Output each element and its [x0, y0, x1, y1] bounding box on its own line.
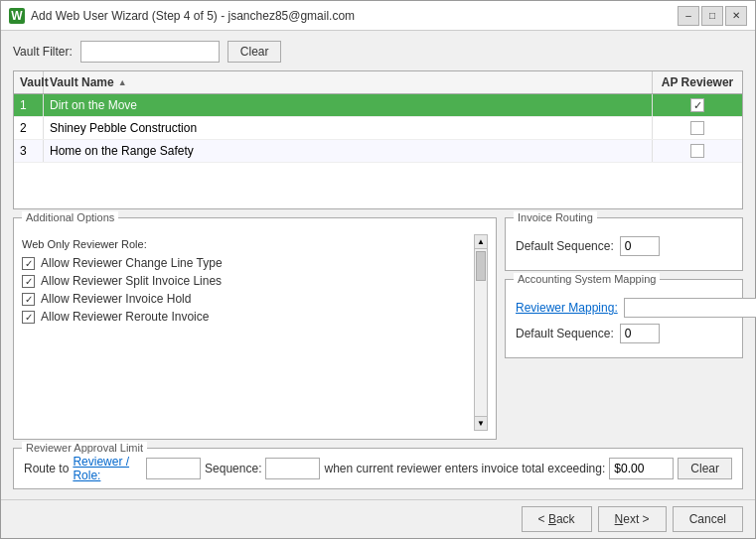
table-body: 1 Dirt on the Move 2 Shiney Pebble Const… — [14, 94, 742, 208]
reviewer-role-input[interactable] — [146, 458, 201, 479]
table-row[interactable]: 2 Shiney Pebble Construction — [14, 117, 742, 140]
sort-arrow-icon: ▲ — [118, 77, 127, 87]
checkbox-row: Allow Reviewer Split Invoice Lines — [22, 274, 472, 288]
additional-options-label: Additional Options — [22, 211, 118, 223]
scroll-track — [475, 249, 487, 416]
table-row[interactable]: 3 Home on the Range Safety — [14, 140, 742, 163]
ap-reviewer-checkbox[interactable] — [690, 121, 704, 135]
cancel-button[interactable]: Cancel — [673, 506, 743, 532]
vault-row-name: Dirt on the Move — [44, 94, 653, 116]
sequence-label: Sequence: — [205, 462, 261, 475]
main-content: Vault Filter: Clear Vault Vault Name ▲ A… — [1, 31, 755, 499]
vault-filter-clear-button[interactable]: Clear — [227, 41, 282, 63]
allow-invoice-hold-checkbox[interactable] — [22, 293, 35, 306]
scroll-up-arrow[interactable]: ▲ — [475, 235, 487, 249]
vault-row-name: Home on the Range Safety — [44, 140, 653, 162]
allow-invoice-hold-label: Allow Reviewer Invoice Hold — [41, 292, 191, 306]
checkbox-row: Allow Reviewer Change Line Type — [22, 256, 472, 270]
vault-row-name: Shiney Pebble Construction — [44, 117, 653, 139]
allow-reroute-invoice-label: Allow Reviewer Reroute Invoice — [41, 310, 209, 324]
when-label: when current reviewer enters invoice tot… — [324, 462, 605, 475]
route-to-text: Route to — [24, 462, 69, 475]
default-sequence-label: Default Sequence: — [516, 239, 614, 253]
vault-name-column-header: Vault Name ▲ — [44, 71, 653, 93]
web-only-label: Web Only Reviewer Role: — [22, 238, 488, 250]
accounting-default-sequence-label: Default Sequence: — [516, 327, 614, 340]
accounting-mapping-label: Accounting System Mapping — [514, 273, 660, 285]
title-bar-left: W Add Web User Wizard (Step 4 of 5) - js… — [9, 8, 355, 24]
close-button[interactable]: ✕ — [725, 6, 747, 26]
approval-clear-button[interactable]: Clear — [678, 458, 732, 479]
vault-row-checkbox-cell[interactable] — [653, 117, 742, 139]
table-row[interactable]: 1 Dirt on the Move — [14, 94, 742, 117]
amount-input[interactable] — [609, 458, 674, 479]
default-sequence-input[interactable] — [620, 236, 660, 256]
accounting-default-sequence-row: Default Sequence: — [516, 324, 732, 343]
additional-options-panel: Additional Options Web Only Reviewer Rol… — [13, 217, 497, 440]
next-button[interactable]: Next > — [598, 506, 667, 532]
title-bar: W Add Web User Wizard (Step 4 of 5) - js… — [1, 1, 755, 31]
footer: < Back Next > Cancel — [1, 499, 755, 538]
vault-row-checkbox-cell[interactable] — [653, 94, 742, 116]
ap-reviewer-checkbox[interactable] — [690, 144, 704, 158]
vault-filter-input[interactable] — [80, 41, 220, 63]
accounting-default-sequence-input[interactable] — [620, 324, 660, 343]
vault-row-num: 2 — [14, 117, 44, 139]
default-sequence-row: Default Sequence: — [516, 236, 732, 256]
invoice-routing-label: Invoice Routing — [514, 211, 597, 223]
allow-change-line-type-label: Allow Reviewer Change Line Type — [41, 256, 223, 270]
ap-reviewer-checkbox[interactable] — [690, 98, 704, 112]
allow-change-line-type-checkbox[interactable] — [22, 257, 35, 270]
app-icon: W — [9, 8, 25, 24]
reviewer-role-link[interactable]: Reviewer / Role: — [73, 455, 142, 482]
reviewer-approval-panel: Reviewer Approval Limit Route to Reviewe… — [13, 448, 743, 489]
minimize-button[interactable]: – — [678, 6, 699, 26]
vault-column-header: Vault — [14, 71, 44, 93]
vault-row-num: 1 — [14, 94, 44, 116]
checkbox-row: Allow Reviewer Reroute Invoice — [22, 310, 472, 324]
vault-filter-label: Vault Filter: — [13, 45, 73, 59]
reviewer-mapping-row: Reviewer Mapping: — [516, 298, 732, 318]
right-panels: Invoice Routing Default Sequence: Accoun… — [505, 217, 743, 440]
vertical-scrollbar[interactable]: ▲ ▼ — [474, 234, 488, 431]
maximize-button[interactable]: □ — [701, 6, 723, 26]
back-button[interactable]: < Back — [522, 506, 592, 532]
bottom-section: Additional Options Web Only Reviewer Rol… — [13, 217, 743, 440]
reviewer-approval-label: Reviewer Approval Limit — [22, 442, 147, 454]
allow-reroute-invoice-checkbox[interactable] — [22, 311, 35, 324]
table-header: Vault Vault Name ▲ AP Reviewer — [14, 71, 742, 94]
reviewer-mapping-input[interactable] — [624, 298, 756, 318]
allow-split-invoice-label: Allow Reviewer Split Invoice Lines — [41, 274, 222, 288]
allow-split-invoice-checkbox[interactable] — [22, 275, 35, 288]
accounting-mapping-panel: Accounting System Mapping Reviewer Mappi… — [505, 279, 743, 358]
scroll-down-arrow[interactable]: ▼ — [475, 416, 487, 430]
vault-row-checkbox-cell[interactable] — [653, 140, 742, 162]
sequence-input[interactable] — [265, 458, 320, 479]
invoice-routing-panel: Invoice Routing Default Sequence: — [505, 217, 743, 271]
reviewer-mapping-link[interactable]: Reviewer Mapping: — [516, 301, 618, 315]
window-title: Add Web User Wizard (Step 4 of 5) - jsan… — [31, 9, 355, 23]
ap-reviewer-column-header: AP Reviewer — [653, 71, 742, 93]
vault-row-num: 3 — [14, 140, 44, 162]
title-controls: – □ ✕ — [678, 6, 747, 26]
main-window: W Add Web User Wizard (Step 4 of 5) - js… — [0, 0, 756, 539]
back-label: < Back — [538, 512, 575, 526]
next-label: Next > — [615, 512, 650, 526]
scroll-thumb[interactable] — [476, 251, 486, 281]
vault-filter-row: Vault Filter: Clear — [13, 41, 743, 63]
checkboxes-container: Allow Reviewer Change Line Type Allow Re… — [22, 256, 488, 324]
vault-table: Vault Vault Name ▲ AP Reviewer 1 Dirt on… — [13, 70, 743, 209]
checkbox-row: Allow Reviewer Invoice Hold — [22, 292, 472, 306]
